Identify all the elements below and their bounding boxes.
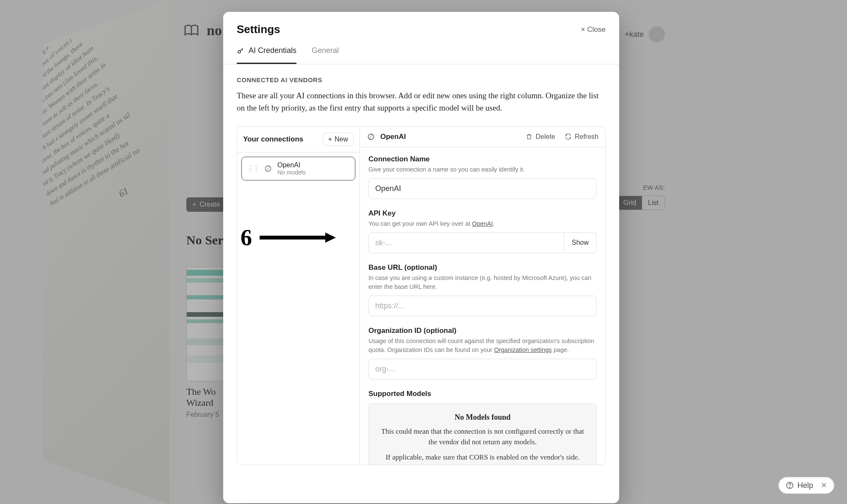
refresh-label: Refresh <box>575 133 598 141</box>
org-settings-link[interactable]: Organization settings <box>494 346 552 353</box>
api-key-hint: You can get your own API key over at Ope… <box>368 219 597 228</box>
tab-general[interactable]: General <box>312 44 339 64</box>
connections-panel: Your connections + New ⋮⋮ OpenAI <box>237 126 606 465</box>
openai-icon <box>264 164 272 173</box>
vendor-name: OpenAI <box>380 133 406 141</box>
close-button[interactable]: × Close <box>581 25 606 34</box>
trash-icon <box>526 133 533 140</box>
delete-label: Delete <box>536 133 555 141</box>
connections-list-column: Your connections + New ⋮⋮ OpenAI <box>237 127 360 465</box>
connections-title: Your connections <box>243 135 303 144</box>
connection-detail-column: OpenAI Delete Ref <box>360 127 605 465</box>
api-key-label: API Key <box>368 209 597 218</box>
help-label: Help <box>797 481 813 490</box>
key-icon <box>237 47 244 55</box>
tabs: AI Credentials General <box>223 44 619 64</box>
annotation-number: 6 <box>241 224 252 251</box>
plus-icon: + <box>328 136 332 143</box>
no-models-p2: If applicable, make sure that CORS is en… <box>380 452 585 463</box>
conn-name-label: Connection Name <box>368 155 597 163</box>
no-models-box: No Models found This could mean that the… <box>368 403 597 465</box>
connection-sub: No models <box>277 169 306 176</box>
refresh-icon <box>565 133 572 140</box>
no-models-title: No Models found <box>380 413 585 422</box>
modal-title: Settings <box>237 23 280 36</box>
drag-handle-icon[interactable]: ⋮⋮ <box>247 164 259 172</box>
org-id-hint: Usage of this connection will count agai… <box>368 337 597 354</box>
no-models-p1: This could mean that the connection is n… <box>380 426 585 448</box>
conn-name-input[interactable] <box>368 178 597 199</box>
show-api-key-button[interactable]: Show <box>564 233 597 253</box>
annotation-callout: 6 <box>241 224 336 251</box>
section-description: These are all your AI connections in thi… <box>237 89 601 114</box>
close-icon[interactable]: ✕ <box>821 481 827 490</box>
svg-marker-3 <box>325 233 336 243</box>
help-icon <box>786 481 794 490</box>
svg-point-6 <box>789 487 790 487</box>
base-url-label: Base URL (optional) <box>368 263 597 272</box>
close-label: Close <box>587 25 606 33</box>
new-connection-button[interactable]: + New <box>323 133 354 146</box>
conn-name-hint: Give your connection a name so you can e… <box>368 165 597 174</box>
delete-button[interactable]: Delete <box>526 133 555 141</box>
new-label: New <box>335 136 348 143</box>
section-label: CONNECTED AI VENDORS <box>237 76 606 83</box>
tab-ai-credentials[interactable]: AI Credentials <box>237 44 296 64</box>
base-url-input[interactable] <box>368 296 597 316</box>
base-url-hint: In case you are using a custom instance … <box>368 274 597 291</box>
close-icon: × <box>581 25 585 33</box>
org-id-input[interactable] <box>368 359 597 379</box>
tab-label: AI Credentials <box>249 46 296 55</box>
openai-link[interactable]: OpenAI <box>472 220 493 227</box>
tab-label: General <box>312 46 339 55</box>
supported-models-label: Supported Models <box>368 390 597 398</box>
connection-name: OpenAI <box>277 161 306 169</box>
connection-item[interactable]: ⋮⋮ OpenAI No models <box>241 157 355 180</box>
org-id-label: Organization ID (optional) <box>368 327 597 335</box>
help-button[interactable]: Help ✕ <box>778 477 834 494</box>
refresh-button[interactable]: Refresh <box>565 133 598 141</box>
openai-icon <box>367 133 375 141</box>
svg-point-0 <box>238 50 241 53</box>
api-key-input[interactable] <box>368 233 564 253</box>
arrow-right-icon <box>260 233 336 243</box>
settings-modal: Settings × Close AI Credentials General … <box>223 12 619 503</box>
